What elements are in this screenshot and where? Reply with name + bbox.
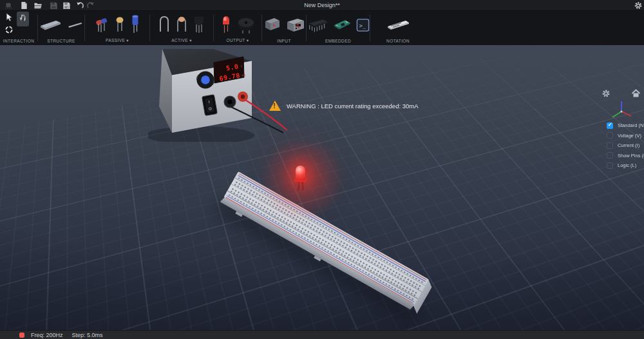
section-label: INTERACTION [0, 39, 37, 43]
label-notation-component[interactable] [385, 18, 411, 32]
diode-component[interactable] [158, 15, 171, 34]
phototransistor-component[interactable] [175, 15, 188, 34]
microcontroller-board-component[interactable] [333, 17, 352, 33]
terminal-glyph: >_ [359, 22, 366, 28]
ic-chip-component[interactable] [307, 15, 328, 35]
statusbar: Freq: 200Hz Step: 5.0ms [0, 330, 644, 339]
component-toolbar: INTERACTION STRUCTURE [0, 11, 644, 45]
toolbar-section-input: INPUT [262, 11, 306, 45]
section-label: PASSIVE ▾ [85, 38, 149, 43]
toolbar-section-active: ACTIVE ▾ [150, 11, 213, 45]
section-label: STRUCTURE [38, 39, 84, 43]
section-label: NOTATION [370, 39, 426, 43]
sim-step: Step: 5.0ms [72, 332, 103, 338]
hand-drag-tool[interactable] [17, 12, 29, 26]
section-label: ACTIVE ▾ [150, 38, 213, 43]
toolbar-section-structure: STRUCTURE [38, 11, 84, 45]
menubar: New Design** [0, 0, 644, 11]
toolbar-section-passive: PASSIVE ▾ [85, 11, 149, 45]
simulation-status-icon[interactable] [19, 333, 24, 338]
resistor-component[interactable] [94, 15, 109, 34]
section-label: INPUT [262, 39, 306, 43]
electrolytic-capacitor-component[interactable] [130, 14, 140, 35]
wire-component[interactable] [67, 20, 84, 30]
sim-frequency: Freq: 200Hz [31, 332, 63, 338]
toolbar-section-notation: NOTATION [370, 11, 426, 45]
vignette [0, 45, 644, 330]
orbit-rotate-tool[interactable] [5, 25, 14, 34]
breadboard-component[interactable] [39, 18, 62, 32]
3d-viewport-canvas[interactable]: 5.0 V 69.78 mA I O [0, 45, 644, 330]
section-label: EMBEDDED [307, 39, 370, 43]
select-arrow-tool[interactable] [5, 12, 14, 23]
capacitor-component[interactable] [114, 15, 126, 34]
buzzer-component[interactable] [236, 15, 256, 34]
transistor-component[interactable] [193, 14, 205, 35]
window-title: New Design** [0, 0, 644, 11]
power-supply-component[interactable] [286, 17, 305, 34]
settings-gear-icon[interactable] [634, 1, 643, 10]
led-component[interactable] [220, 14, 232, 35]
battery-holder-component[interactable] [263, 16, 281, 34]
toolbar-section-embedded: >_ EMBEDDED [307, 11, 370, 45]
code-terminal-component[interactable]: >_ [356, 18, 370, 32]
toolbar-section-interaction: INTERACTION [0, 11, 37, 45]
section-label: OUTPUT ▾ [214, 38, 261, 43]
toolbar-section-output: OUTPUT ▾ [214, 11, 261, 45]
